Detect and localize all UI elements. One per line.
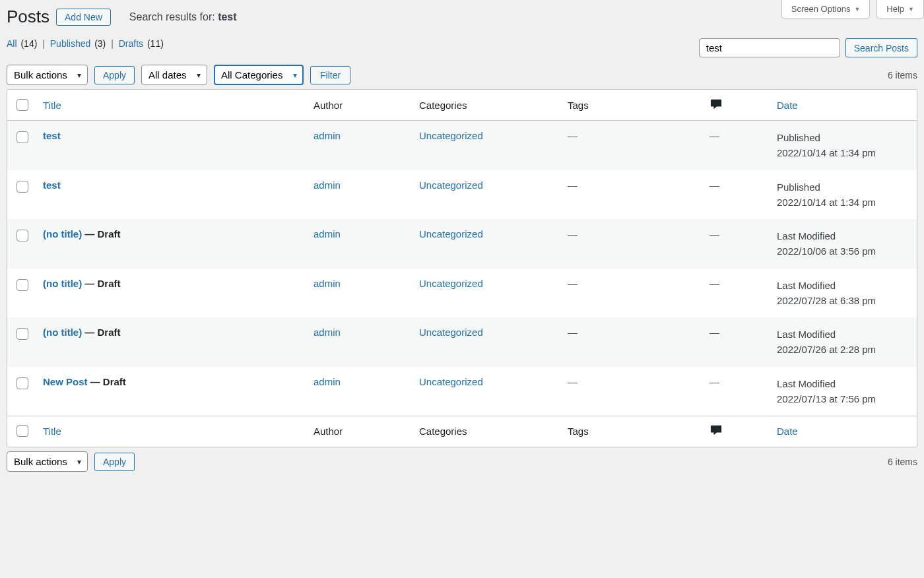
select-all-top[interactable] bbox=[16, 99, 28, 111]
column-categories: Categories bbox=[412, 90, 561, 121]
category-link[interactable]: Uncategorized bbox=[419, 376, 483, 387]
column-title-foot[interactable]: Title bbox=[43, 426, 61, 437]
comments-icon bbox=[710, 98, 723, 112]
add-new-button[interactable]: Add New bbox=[56, 9, 111, 26]
post-state: — Draft bbox=[82, 228, 120, 240]
filter-drafts-count: (11) bbox=[147, 38, 164, 49]
filter-drafts-link[interactable]: Drafts bbox=[119, 38, 143, 49]
column-author: Author bbox=[307, 90, 412, 121]
row-date-line: 2022/07/26 at 2:28 pm bbox=[777, 344, 876, 355]
category-link[interactable]: Uncategorized bbox=[419, 179, 483, 191]
row-comments: — bbox=[710, 130, 719, 141]
bulk-actions-select[interactable]: Bulk actions bbox=[7, 65, 88, 85]
category-link[interactable]: Uncategorized bbox=[419, 327, 483, 338]
author-link[interactable]: admin bbox=[314, 278, 341, 289]
row-date-status: Last Modified bbox=[777, 329, 836, 340]
row-comments: — bbox=[710, 278, 719, 289]
table-row: (no title) — Draft admin Uncategorized —… bbox=[7, 269, 917, 318]
author-link[interactable]: admin bbox=[314, 228, 341, 240]
post-state: — Draft bbox=[82, 327, 120, 338]
row-date-status: Last Modified bbox=[777, 280, 836, 291]
table-row: test admin Uncategorized — — Published 2… bbox=[7, 121, 917, 170]
post-title-link[interactable]: (no title) bbox=[43, 228, 82, 240]
page-title: Posts bbox=[7, 7, 50, 27]
row-checkbox[interactable] bbox=[16, 328, 28, 340]
category-link[interactable]: Uncategorized bbox=[419, 228, 483, 240]
row-date-status: Last Modified bbox=[777, 230, 836, 241]
row-date-line: 2022/10/06 at 3:56 pm bbox=[777, 245, 876, 257]
post-title-link[interactable]: (no title) bbox=[43, 278, 82, 289]
row-date-line: 2022/07/28 at 6:38 pm bbox=[777, 295, 876, 306]
row-date-line: 2022/10/14 at 1:34 pm bbox=[777, 197, 876, 208]
table-row: (no title) — Draft admin Uncategorized —… bbox=[7, 317, 917, 367]
filter-button[interactable]: Filter bbox=[310, 66, 350, 84]
column-categories-foot: Categories bbox=[412, 416, 561, 447]
category-filter-select[interactable]: All Categories bbox=[214, 65, 304, 85]
row-tags: — bbox=[568, 327, 578, 338]
table-row: test admin Uncategorized — — Published 2… bbox=[7, 170, 917, 220]
items-count-bottom: 6 items bbox=[888, 457, 917, 467]
filter-published-count: (3) bbox=[94, 38, 106, 49]
row-tags: — bbox=[568, 179, 578, 191]
row-checkbox[interactable] bbox=[16, 131, 28, 143]
search-results-term: test bbox=[218, 11, 236, 22]
row-date-status: Published bbox=[777, 132, 820, 143]
category-link[interactable]: Uncategorized bbox=[419, 278, 483, 289]
author-link[interactable]: admin bbox=[314, 327, 341, 338]
post-state: — Draft bbox=[82, 278, 120, 289]
date-filter-select[interactable]: All dates bbox=[141, 65, 207, 85]
column-date[interactable]: Date bbox=[777, 100, 798, 111]
row-checkbox[interactable] bbox=[16, 230, 28, 241]
row-tags: — bbox=[568, 376, 578, 387]
bulk-actions-select-bottom[interactable]: Bulk actions bbox=[7, 451, 88, 472]
search-input[interactable] bbox=[699, 38, 840, 57]
author-link[interactable]: admin bbox=[314, 179, 341, 191]
author-link[interactable]: admin bbox=[314, 376, 341, 387]
column-title[interactable]: Title bbox=[43, 100, 61, 111]
row-date-status: Published bbox=[777, 181, 820, 193]
items-count-top: 6 items bbox=[888, 70, 917, 80]
row-checkbox[interactable] bbox=[16, 181, 28, 193]
row-date-line: 2022/07/13 at 7:56 pm bbox=[777, 393, 876, 404]
apply-button-bottom[interactable]: Apply bbox=[94, 453, 135, 471]
row-checkbox[interactable] bbox=[16, 279, 28, 291]
column-tags-foot: Tags bbox=[561, 416, 703, 447]
column-author-foot: Author bbox=[307, 416, 412, 447]
row-checkbox[interactable] bbox=[16, 377, 28, 389]
post-title-link[interactable]: New Post bbox=[43, 376, 88, 387]
row-date-status: Last Modified bbox=[777, 378, 836, 389]
post-state: — Draft bbox=[88, 376, 126, 387]
row-tags: — bbox=[568, 228, 578, 240]
post-title-link[interactable]: test bbox=[43, 130, 61, 141]
search-results-prefix: Search results for: bbox=[129, 11, 218, 22]
table-row: (no title) — Draft admin Uncategorized —… bbox=[7, 219, 917, 269]
filter-all-link[interactable]: All bbox=[7, 38, 17, 49]
comments-icon bbox=[710, 424, 723, 438]
author-link[interactable]: admin bbox=[314, 130, 341, 141]
row-comments: — bbox=[710, 327, 719, 338]
posts-table: Title Author Categories Tags Date test a… bbox=[7, 89, 917, 447]
row-tags: — bbox=[568, 130, 578, 141]
row-comments: — bbox=[710, 376, 719, 387]
apply-button-top[interactable]: Apply bbox=[94, 66, 135, 84]
row-date-line: 2022/10/14 at 1:34 pm bbox=[777, 147, 876, 158]
filter-all-count: (14) bbox=[20, 38, 37, 49]
select-all-bottom[interactable] bbox=[16, 425, 28, 437]
search-results-subtitle: Search results for: test bbox=[129, 11, 237, 23]
row-comments: — bbox=[710, 228, 719, 240]
post-title-link[interactable]: (no title) bbox=[43, 327, 82, 338]
filter-published-link[interactable]: Published bbox=[50, 38, 91, 49]
table-row: New Post — Draft admin Uncategorized — —… bbox=[7, 367, 917, 416]
post-title-link[interactable]: test bbox=[43, 179, 61, 191]
search-posts-button[interactable]: Search Posts bbox=[845, 38, 917, 57]
row-comments: — bbox=[710, 179, 719, 191]
column-tags: Tags bbox=[561, 90, 703, 121]
column-date-foot[interactable]: Date bbox=[777, 426, 798, 437]
category-link[interactable]: Uncategorized bbox=[419, 130, 483, 141]
row-tags: — bbox=[568, 278, 578, 289]
